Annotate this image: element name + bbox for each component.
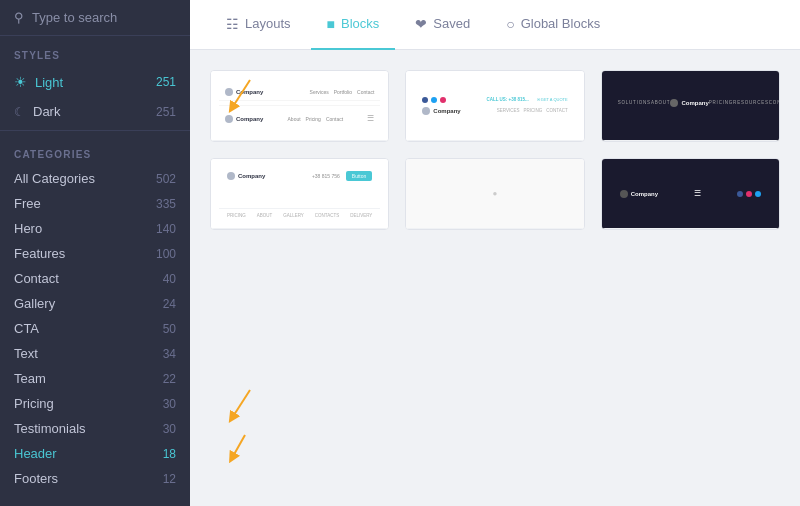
- blocks-grid: Company Services Portfolio Contact C: [190, 50, 800, 250]
- block-preview-1: Company Services Portfolio Contact C: [211, 71, 388, 141]
- style-dark-count: 251: [156, 105, 176, 119]
- tab-layouts[interactable]: ☷ Layouts: [210, 0, 307, 50]
- cat-cta-label: CTA: [14, 321, 39, 336]
- cat-footers-count: 12: [163, 472, 176, 486]
- cat-cta-count: 50: [163, 322, 176, 336]
- block-card-1[interactable]: Company Services Portfolio Contact C: [210, 70, 389, 142]
- cat-features[interactable]: Features 100: [0, 241, 190, 266]
- block-preview-6: Company ☰: [602, 159, 779, 229]
- layouts-icon: ☷: [226, 16, 239, 32]
- search-icon: ⚲: [14, 10, 24, 25]
- tab-global-blocks[interactable]: ○ Global Blocks: [490, 0, 616, 50]
- cat-text-count: 34: [163, 347, 176, 361]
- block-card-5[interactable]: ●: [405, 158, 584, 230]
- block-card-4[interactable]: Company +38 815 756 Button PRICING ABOUT…: [210, 158, 389, 230]
- block-preview-4: Company +38 815 756 Button PRICING ABOUT…: [211, 159, 388, 229]
- cat-testimonials-label: Testimonials: [14, 421, 86, 436]
- cat-free-label: Free: [14, 196, 41, 211]
- style-dark-label: Dark: [33, 104, 60, 119]
- block-card-6[interactable]: Company ☰: [601, 158, 780, 230]
- cat-header-count: 18: [163, 447, 176, 461]
- styles-section-label: STYLES: [0, 36, 190, 67]
- mini-company-1: Company: [236, 89, 263, 95]
- tab-blocks[interactable]: ■ Blocks: [311, 0, 396, 50]
- cat-features-count: 100: [156, 247, 176, 261]
- cat-testimonials-count: 30: [163, 422, 176, 436]
- cat-free[interactable]: Free 335: [0, 191, 190, 216]
- cat-pricing-label: Pricing: [14, 396, 54, 411]
- cat-gallery[interactable]: Gallery 24: [0, 291, 190, 316]
- tabs-bar: ☷ Layouts ■ Blocks ❤ Saved ○ Global Bloc…: [190, 0, 800, 50]
- block-card-3[interactable]: SOLUTIONS ABOUT Company PRICING RESOURCE…: [601, 70, 780, 142]
- cat-text-label: Text: [14, 346, 38, 361]
- style-dark[interactable]: ☾ Dark 251: [0, 97, 190, 126]
- block-preview-5: ●: [406, 159, 583, 229]
- cat-testimonials[interactable]: Testimonials 30: [0, 416, 190, 441]
- style-light-count: 251: [156, 75, 176, 89]
- blocks-icon: ■: [327, 16, 335, 32]
- block-card-2[interactable]: CALL US: +38 815... ✉ GET A QUOTE Compan…: [405, 70, 584, 142]
- cat-gallery-count: 24: [163, 297, 176, 311]
- block-preview-3: SOLUTIONS ABOUT Company PRICING RESOURCE…: [602, 71, 779, 141]
- content-wrapper: Company Services Portfolio Contact C: [190, 50, 800, 506]
- cat-hero[interactable]: Hero 140: [0, 216, 190, 241]
- style-light[interactable]: ☀ Light 251: [0, 67, 190, 97]
- cat-gallery-label: Gallery: [14, 296, 55, 311]
- cat-header-label: Header: [14, 446, 57, 461]
- style-light-label: Light: [35, 75, 63, 90]
- cat-hero-label: Hero: [14, 221, 42, 236]
- cat-all-label: All Categories: [14, 171, 95, 186]
- tab-saved[interactable]: ❤ Saved: [399, 0, 486, 50]
- sidebar: ⚲ STYLES ☀ Light 251 ☾ Dark 251 CATEGORI…: [0, 0, 190, 506]
- cat-footers-label: Footers: [14, 471, 58, 486]
- globe-icon: ○: [506, 16, 514, 32]
- cat-contact[interactable]: Contact 40: [0, 266, 190, 291]
- tab-global-blocks-label: Global Blocks: [521, 16, 600, 31]
- cat-pricing[interactable]: Pricing 30: [0, 391, 190, 416]
- cat-team[interactable]: Team 22: [0, 366, 190, 391]
- cat-contact-label: Contact: [14, 271, 59, 286]
- cat-hero-count: 140: [156, 222, 176, 236]
- main-area: ☷ Layouts ■ Blocks ❤ Saved ○ Global Bloc…: [190, 0, 800, 506]
- tab-layouts-label: Layouts: [245, 16, 291, 31]
- search-input[interactable]: [32, 10, 176, 25]
- cat-team-label: Team: [14, 371, 46, 386]
- cat-header[interactable]: Header 18: [0, 441, 190, 466]
- cat-contact-count: 40: [163, 272, 176, 286]
- cat-team-count: 22: [163, 372, 176, 386]
- cat-all[interactable]: All Categories 502: [0, 166, 190, 191]
- cat-pricing-count: 30: [163, 397, 176, 411]
- block-preview-2: CALL US: +38 815... ✉ GET A QUOTE Compan…: [406, 71, 583, 141]
- cat-footers[interactable]: Footers 12: [0, 466, 190, 491]
- categories-section-label: CATEGORIES: [0, 135, 190, 166]
- search-bar: ⚲: [0, 0, 190, 36]
- cat-cta[interactable]: CTA 50: [0, 316, 190, 341]
- divider-1: [0, 130, 190, 131]
- cat-free-count: 335: [156, 197, 176, 211]
- cat-text[interactable]: Text 34: [0, 341, 190, 366]
- tab-saved-label: Saved: [433, 16, 470, 31]
- tab-blocks-label: Blocks: [341, 16, 379, 31]
- moon-icon: ☾: [14, 105, 25, 119]
- cat-all-count: 502: [156, 172, 176, 186]
- sun-icon: ☀: [14, 74, 27, 90]
- heart-icon: ❤: [415, 16, 427, 32]
- cat-features-label: Features: [14, 246, 65, 261]
